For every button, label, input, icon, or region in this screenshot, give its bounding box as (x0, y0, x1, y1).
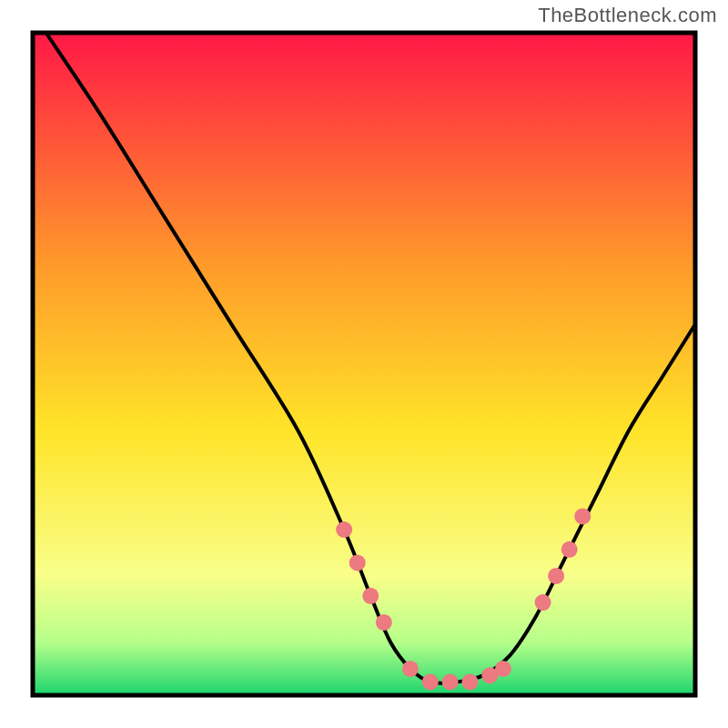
data-dot (336, 521, 352, 538)
data-dot (495, 661, 511, 677)
data-dot (362, 588, 379, 604)
data-dot (349, 554, 366, 571)
chart-container: TheBottleneck.com (0, 0, 728, 728)
data-dot (548, 568, 564, 584)
data-dot (442, 673, 459, 690)
data-dot (535, 594, 551, 611)
data-dot (561, 541, 578, 558)
data-dot (461, 673, 478, 690)
data-dot (376, 614, 392, 631)
data-dot (422, 673, 439, 690)
watermark-label: TheBottleneck.com (538, 4, 717, 27)
data-dot (574, 508, 591, 524)
data-dot (402, 661, 419, 677)
bottleneck-chart (0, 0, 728, 728)
